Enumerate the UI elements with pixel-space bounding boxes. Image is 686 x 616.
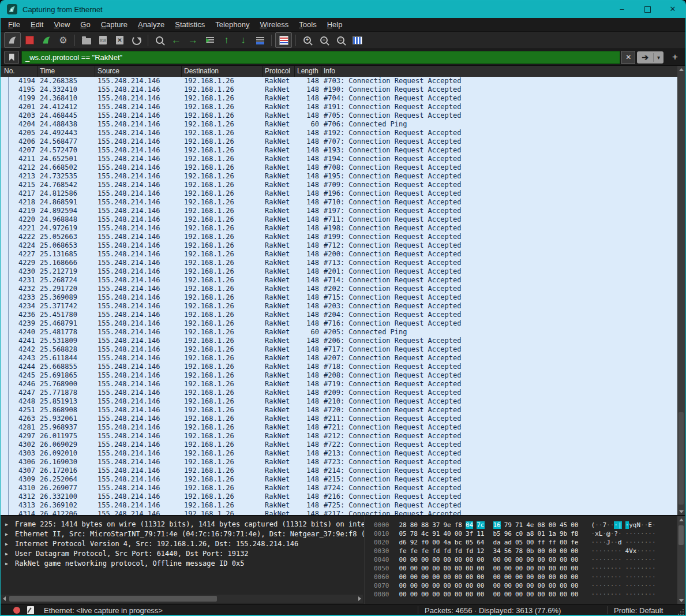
hex-bytes[interactable]: 288088379ef8047c1679714e08004500 xyxy=(399,521,582,529)
restart-capture-button[interactable] xyxy=(39,33,54,47)
detail-row[interactable]: ▶RakNet game networking protocol, Offlin… xyxy=(1,559,364,569)
hex-bytes[interactable]: 00000000000000000000000000000000 xyxy=(399,565,582,572)
column-header-protocol[interactable]: Protocol xyxy=(265,67,290,75)
hex-row[interactable]: 008000000000000000000000000000000000····… xyxy=(365,590,677,599)
scroll-up-icon[interactable] xyxy=(677,66,685,73)
packet-row[interactable]: 424425.668855155.248.214.146192.168.1.26… xyxy=(1,363,677,371)
packet-row[interactable]: 424625.768900155.248.214.146192.168.1.26… xyxy=(1,380,677,389)
next-packet-button[interactable]: → xyxy=(185,33,201,47)
hex-ascii[interactable]: ····J··d········ xyxy=(591,539,656,546)
packet-row[interactable]: 421524.768542155.248.214.146192.168.1.26… xyxy=(1,181,677,189)
column-header-source[interactable]: Source xyxy=(98,67,119,75)
scroll-down-icon[interactable] xyxy=(677,597,685,604)
hex-bytes[interactable]: 00000000000000000000000000000000 xyxy=(399,573,582,581)
packet-row[interactable]: 423425.371742155.248.214.146192.168.1.26… xyxy=(1,302,677,311)
column-divider[interactable] xyxy=(181,66,182,77)
hex-ascii[interactable]: ················ xyxy=(591,573,656,581)
zoom-reset-button[interactable]: = xyxy=(333,33,348,47)
hex-row[interactable]: 0020d692f0004abc0564daad0500ffff00fe····… xyxy=(365,538,677,547)
packet-row[interactable]: 429726.011975155.248.214.146192.168.1.26… xyxy=(1,432,677,440)
hex-row[interactable]: 005000000000000000000000000000000000····… xyxy=(365,564,677,573)
menu-item-wireless[interactable]: Wireless xyxy=(255,18,294,31)
resize-grip[interactable] xyxy=(683,614,684,615)
filter-clear-button[interactable]: ✕ xyxy=(621,51,635,64)
column-divider[interactable] xyxy=(294,66,295,77)
menu-item-file[interactable]: File xyxy=(3,18,25,31)
packet-row[interactable]: 430326.092010155.248.214.146192.168.1.26… xyxy=(1,449,677,458)
menu-item-telephony[interactable]: Telephony xyxy=(210,18,254,31)
reload-file-button[interactable] xyxy=(129,33,144,47)
detail-row[interactable]: ▶User Datagram Protocol, Src Port: 61440… xyxy=(1,549,364,559)
menu-item-help[interactable]: Help xyxy=(322,18,348,31)
scrollbar-thumb[interactable] xyxy=(678,525,684,545)
packet-row[interactable]: 420424.488438155.248.214.146192.168.1.26… xyxy=(1,120,677,129)
packet-row[interactable]: 420624.568477155.248.214.146192.168.1.26… xyxy=(1,137,677,146)
zoom-in-button[interactable]: + xyxy=(299,33,315,47)
packet-row[interactable]: 423025.212719155.248.214.146192.168.1.26… xyxy=(1,267,677,276)
hex-ascii[interactable]: ················ xyxy=(591,591,656,598)
packet-row[interactable]: 431026.269077155.248.214.146192.168.1.26… xyxy=(1,484,677,492)
hex-bytes[interactable]: fefefefdfdfdfd123456780b00000000 xyxy=(399,547,582,555)
column-divider[interactable] xyxy=(262,66,263,77)
packet-row[interactable]: 420724.572470155.248.214.146192.168.1.26… xyxy=(1,146,677,155)
packet-row[interactable]: 420524.492443155.248.214.146192.168.1.26… xyxy=(1,129,677,137)
packet-row[interactable]: 424125.531809155.248.214.146192.168.1.26… xyxy=(1,337,677,345)
scrollbar-thumb[interactable] xyxy=(678,412,684,505)
hex-bytes[interactable]: 00000000000000000000000000000000 xyxy=(399,591,582,598)
expand-arrow-icon[interactable]: ▶ xyxy=(5,559,11,569)
auto-scroll-button[interactable] xyxy=(252,33,268,47)
packet-row[interactable]: 420324.468445155.248.214.146192.168.1.26… xyxy=(1,111,677,120)
packet-row[interactable]: 426325.932061155.248.214.146192.168.1.26… xyxy=(1,415,677,423)
menu-item-statistics[interactable]: Statistics xyxy=(170,18,210,31)
expand-arrow-icon[interactable]: ▶ xyxy=(5,539,11,549)
scrollbar-thumb[interactable] xyxy=(9,596,217,602)
hex-ascii[interactable]: (··7···|·yqN··E· xyxy=(591,521,656,529)
packet-row[interactable]: 419424.268385155.248.214.146192.168.1.26… xyxy=(1,77,677,85)
capture-source-status[interactable]: Ethernet: <live capture in progress> xyxy=(44,606,163,615)
packet-row[interactable]: 430726.172016155.248.214.146192.168.1.26… xyxy=(1,466,677,475)
colorize-button[interactable] xyxy=(275,32,292,48)
hex-ascii[interactable]: ·xL·@·?········· xyxy=(591,530,656,537)
hex-ascii[interactable]: ················ xyxy=(591,565,656,572)
capture-options-button[interactable]: ⚙ xyxy=(55,33,71,47)
packet-row[interactable]: 424225.568828155.248.214.146192.168.1.26… xyxy=(1,345,677,354)
close-file-button[interactable]: ✕ xyxy=(112,33,128,47)
find-packet-button[interactable] xyxy=(152,33,167,47)
packet-row[interactable]: 423625.451780155.248.214.146192.168.1.26… xyxy=(1,311,677,319)
add-filter-button[interactable]: + xyxy=(668,51,682,64)
packet-row[interactable]: 423125.268724155.248.214.146192.168.1.26… xyxy=(1,276,677,285)
hex-row[interactable]: 006000000000000000000000000000000000····… xyxy=(365,573,677,581)
packet-row[interactable]: 431226.332100155.248.214.146192.168.1.26… xyxy=(1,492,677,501)
packet-row[interactable]: 422425.068653155.248.214.146192.168.1.26… xyxy=(1,241,677,250)
packet-row[interactable]: 425125.868908155.248.214.146192.168.1.26… xyxy=(1,406,677,415)
resize-columns-button[interactable] xyxy=(350,33,365,47)
capture-active-icon[interactable] xyxy=(13,607,20,614)
detail-row[interactable]: ▶Frame 225: 1414 bytes on wire (11312 bi… xyxy=(1,520,364,529)
hex-ascii[interactable]: ········4Vx····· xyxy=(591,547,656,555)
hex-ascii[interactable]: ················ xyxy=(591,556,656,563)
menu-item-edit[interactable]: Edit xyxy=(25,18,48,31)
packet-row[interactable]: 424825.851913155.248.214.146192.168.1.26… xyxy=(1,397,677,406)
packet-row[interactable]: 422725.131685155.248.214.146192.168.1.26… xyxy=(1,250,677,259)
scroll-down-icon[interactable] xyxy=(677,508,685,515)
packet-row[interactable]: 424725.771878155.248.214.146192.168.1.26… xyxy=(1,389,677,397)
expand-arrow-icon[interactable]: ▶ xyxy=(5,529,11,539)
packet-row[interactable]: 431426.412206155.248.214.146192.168.1.26… xyxy=(1,510,677,515)
detail-row[interactable]: ▶Ethernet II, Src: MicroStarINT_79:71:4e… xyxy=(1,529,364,539)
column-header-time[interactable]: Time xyxy=(40,67,55,75)
hex-row[interactable]: 007000000000000000000000000000000000····… xyxy=(365,581,677,590)
capture-comment-icon[interactable] xyxy=(27,606,34,614)
scroll-up-icon[interactable] xyxy=(677,516,685,523)
column-header-no[interactable]: No. xyxy=(4,67,15,75)
packet-row[interactable]: 421124.652501155.248.214.146192.168.1.26… xyxy=(1,155,677,163)
open-file-button[interactable] xyxy=(78,33,94,47)
hex-ascii[interactable]: ················ xyxy=(591,582,656,589)
last-packet-button[interactable]: ↓ xyxy=(235,33,251,47)
expand-arrow-icon[interactable]: ▶ xyxy=(5,549,11,559)
menu-item-analyze[interactable]: Analyze xyxy=(133,18,170,31)
column-divider[interactable] xyxy=(321,66,321,77)
display-filter-input[interactable]: _ws.col.protocol == "RakNet" xyxy=(21,51,620,64)
packet-row[interactable]: 421324.732535155.248.214.146192.168.1.26… xyxy=(1,172,677,181)
column-divider[interactable] xyxy=(37,66,38,77)
packet-row[interactable]: 430926.252064155.248.214.146192.168.1.26… xyxy=(1,475,677,484)
